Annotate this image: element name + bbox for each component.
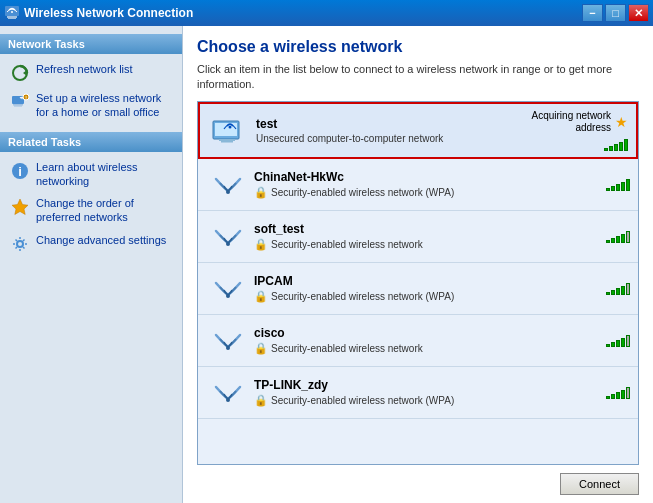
svg-point-21	[226, 190, 230, 194]
window-controls: − □ ✕	[582, 4, 649, 22]
related-tasks-title: Related Tasks	[0, 132, 182, 152]
network-security-soft-test: 🔒 Security-enabled wireless network	[254, 238, 540, 251]
bar2	[609, 146, 613, 151]
star-icon	[10, 197, 30, 217]
app-icon	[4, 5, 20, 21]
bar1	[606, 292, 610, 295]
bar5-dim	[626, 335, 630, 347]
security-label-chinanet: Security-enabled wireless network (WPA)	[271, 187, 454, 198]
bar1	[606, 344, 610, 347]
sidebar-item-refresh[interactable]: Refresh network list	[0, 58, 182, 87]
bar2	[611, 186, 615, 191]
security-label-ipcam: Security-enabled wireless network (WPA)	[271, 291, 454, 302]
network-name-ipcam: IPCAM	[254, 274, 540, 288]
svg-point-15	[17, 241, 23, 247]
signal-bars-ipcam	[606, 281, 630, 295]
minimize-button[interactable]: −	[582, 4, 603, 22]
network-icon-soft-test	[206, 221, 250, 251]
network-security-test: Unsecured computer-to-computer network	[256, 133, 532, 144]
network-security-cisco: 🔒 Security-enabled wireless network	[254, 342, 540, 355]
learn-label: Learn about wireless networking	[36, 160, 174, 189]
svg-rect-1	[7, 16, 17, 18]
network-item-tp-link[interactable]: TP-LINK_zdy 🔒 Security-enabled wireless …	[198, 367, 638, 419]
page-title: Choose a wireless network	[197, 38, 639, 56]
bar3	[616, 392, 620, 399]
lock-icon-ipcam: 🔒	[254, 290, 268, 303]
svg-text:i: i	[18, 164, 22, 179]
network-status-test: Acquiring networkaddress	[532, 110, 611, 134]
bar3	[616, 288, 620, 295]
lock-icon-cisco: 🔒	[254, 342, 268, 355]
network-icon-cisco	[206, 325, 250, 355]
close-button[interactable]: ✕	[628, 4, 649, 22]
signal-bars-tp-link	[606, 385, 630, 399]
svg-point-9	[21, 98, 22, 99]
signal-bars-soft-test	[606, 229, 630, 243]
network-name-cisco: cisco	[254, 326, 540, 340]
lock-icon-tp-link: 🔒	[254, 394, 268, 407]
bar5	[624, 139, 628, 151]
network-list[interactable]: test Unsecured computer-to-computer netw…	[197, 101, 639, 465]
bar1	[606, 188, 610, 191]
sidebar-item-order[interactable]: Change the order of preferred networks	[0, 192, 182, 229]
network-icon-ipcam	[206, 273, 250, 303]
unsecured-label: Unsecured computer-to-computer network	[256, 133, 443, 144]
lock-icon-soft-test: 🔒	[254, 238, 268, 251]
bar3	[616, 236, 620, 243]
bar5-dim	[626, 283, 630, 295]
network-item-chinanet[interactable]: ChinaNet-HkWc 🔒 Security-enabled wireles…	[198, 159, 638, 211]
network-right-test: Acquiring networkaddress ★	[532, 110, 628, 151]
sidebar-item-setup[interactable]: ! Set up a wireless network for a home o…	[0, 87, 182, 124]
network-icon-chinanet	[206, 169, 250, 199]
bar4	[621, 234, 625, 243]
network-name-test: test	[256, 117, 532, 131]
setup-label: Set up a wireless network for a home or …	[36, 91, 174, 120]
settings-icon	[10, 234, 30, 254]
connect-button[interactable]: Connect	[560, 473, 639, 495]
network-tasks-section: Network Tasks Refresh network list	[0, 34, 182, 124]
sidebar: Network Tasks Refresh network list	[0, 26, 183, 503]
network-item-ipcam[interactable]: IPCAM 🔒 Security-enabled wireless networ…	[198, 263, 638, 315]
order-label: Change the order of preferred networks	[36, 196, 174, 225]
svg-rect-7	[13, 104, 23, 106]
bar2	[611, 394, 615, 399]
favorite-star-icon: ★	[615, 114, 628, 130]
network-right-chinanet	[540, 177, 630, 191]
maximize-button[interactable]: □	[605, 4, 626, 22]
svg-point-3	[11, 11, 13, 13]
svg-point-22	[226, 242, 230, 246]
refresh-icon	[10, 63, 30, 83]
network-right-soft-test	[540, 229, 630, 243]
network-right-cisco	[540, 333, 630, 347]
bar4	[619, 142, 623, 151]
network-icon-tp-link	[206, 377, 250, 407]
signal-bars-chinanet	[606, 177, 630, 191]
sidebar-item-advanced[interactable]: Change advanced settings	[0, 229, 182, 258]
setup-icon: !	[10, 92, 30, 112]
sidebar-item-learn[interactable]: i Learn about wireless networking	[0, 156, 182, 193]
bar2	[611, 238, 615, 243]
advanced-label: Change advanced settings	[36, 233, 166, 247]
bar2	[611, 290, 615, 295]
network-name-tp-link: TP-LINK_zdy	[254, 378, 540, 392]
network-name-chinanet: ChinaNet-HkWc	[254, 170, 540, 184]
bar4	[621, 286, 625, 295]
signal-bars-cisco	[606, 333, 630, 347]
network-item-soft-test[interactable]: soft_test 🔒 Security-enabled wireless ne…	[198, 211, 638, 263]
content-area: Choose a wireless network Click an item …	[183, 26, 653, 503]
network-details-cisco: cisco 🔒 Security-enabled wireless networ…	[250, 326, 540, 355]
svg-rect-17	[215, 123, 237, 136]
bar3	[616, 184, 620, 191]
bar4	[621, 182, 625, 191]
bar3	[616, 340, 620, 347]
network-details-chinanet: ChinaNet-HkWc 🔒 Security-enabled wireles…	[250, 170, 540, 199]
title-bar: Wireless Network Connection − □ ✕	[0, 0, 653, 26]
info-icon: i	[10, 161, 30, 181]
bar5-dim	[626, 231, 630, 243]
main-container: Network Tasks Refresh network list	[0, 26, 653, 503]
network-item-test[interactable]: test Unsecured computer-to-computer netw…	[198, 102, 638, 159]
bar5-dim	[626, 387, 630, 399]
network-details-tp-link: TP-LINK_zdy 🔒 Security-enabled wireless …	[250, 378, 540, 407]
network-icon-test	[208, 113, 252, 147]
network-item-cisco[interactable]: cisco 🔒 Security-enabled wireless networ…	[198, 315, 638, 367]
